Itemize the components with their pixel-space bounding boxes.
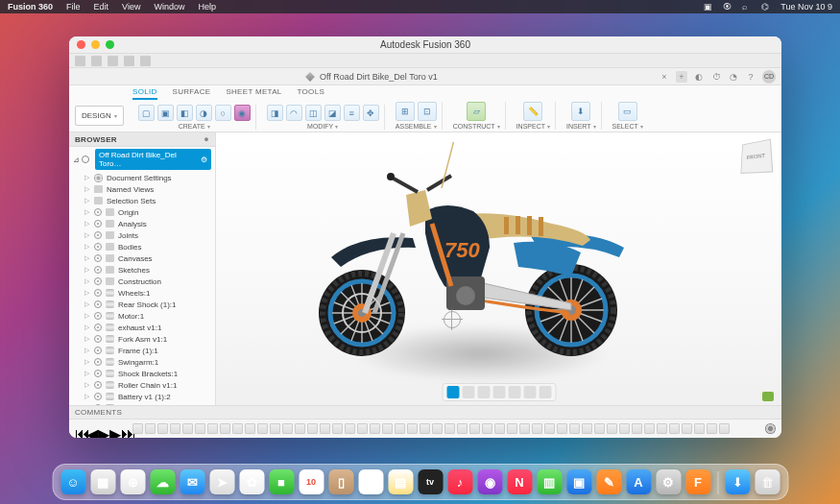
visibility-icon[interactable] <box>94 324 102 331</box>
browser-root-node[interactable]: Off Road Dirt Bike_Del Toro… ⚙ <box>95 149 211 170</box>
browser-item[interactable]: ▷Sketches <box>71 264 213 276</box>
joint-icon[interactable]: ⊞ <box>396 102 415 121</box>
browser-item[interactable]: ▷Swingarm:1 <box>71 356 213 368</box>
visibility-icon[interactable] <box>94 254 102 262</box>
snap-button[interactable] <box>492 386 505 398</box>
ribbon-tab-surface[interactable]: SURFACE <box>173 87 211 100</box>
timeline-step[interactable] <box>145 423 156 434</box>
timeline-step[interactable] <box>282 423 293 434</box>
select-icon[interactable]: ▭ <box>618 102 637 121</box>
camera-icon[interactable]: ▣ <box>704 2 713 12</box>
qat-redo-icon[interactable] <box>140 56 151 66</box>
timeline-step[interactable] <box>682 423 692 434</box>
dock-podcasts-icon[interactable]: ◉ <box>477 469 502 494</box>
presspull-icon[interactable]: ◨ <box>267 105 283 121</box>
timeline-step[interactable] <box>694 423 705 434</box>
browser-item[interactable]: ▷Shock Brackets:1 <box>71 368 213 379</box>
timeline-step[interactable] <box>432 423 443 434</box>
browser-header[interactable]: BROWSER ● <box>69 132 215 147</box>
dock-calendar-icon[interactable]: 10 <box>299 469 324 494</box>
sketch-icon[interactable]: ▢ <box>138 105 155 121</box>
dock-fusion-icon[interactable]: F <box>685 469 710 494</box>
shell-icon[interactable]: ◫ <box>305 105 322 121</box>
expand-icon[interactable]: ▷ <box>84 324 90 331</box>
timeline-step[interactable] <box>270 423 280 434</box>
construct-plane-icon[interactable]: ▱ <box>467 102 486 121</box>
layout-button[interactable] <box>539 386 551 398</box>
timeline-step[interactable] <box>195 423 205 434</box>
timeline-step[interactable] <box>395 423 405 434</box>
visibility-icon[interactable] <box>94 231 102 239</box>
browser-item[interactable]: ▷Construction <box>71 276 213 287</box>
visibility-icon[interactable] <box>94 220 102 228</box>
timeline-step[interactable] <box>557 423 567 434</box>
timeline-step[interactable] <box>632 423 642 434</box>
new-tab-button[interactable]: + <box>676 71 687 83</box>
timeline-settings-icon[interactable] <box>765 423 776 434</box>
revolve-icon[interactable]: ◑ <box>196 105 212 121</box>
timeline-step[interactable] <box>232 423 243 434</box>
dock-reminders-icon[interactable]: ≣ <box>358 469 383 494</box>
browser-item[interactable]: ▷Analysis <box>71 218 213 229</box>
timeline-start-button[interactable]: ⏮ <box>75 425 83 433</box>
camera-button[interactable] <box>523 386 536 398</box>
dock-news-icon[interactable]: N <box>507 469 532 494</box>
dock-facetime-icon[interactable]: ■ <box>269 469 294 494</box>
expand-icon[interactable]: ▷ <box>84 347 90 354</box>
control-center-icon[interactable]: ⌬ <box>761 2 771 12</box>
visibility-icon[interactable] <box>94 404 102 405</box>
browser-item[interactable]: ▷Motor:1 <box>71 310 213 322</box>
help-icon[interactable]: ? <box>745 71 756 83</box>
expand-icon[interactable]: ▷ <box>84 243 90 251</box>
expand-icon[interactable]: ▷ <box>84 289 90 297</box>
visibility-icon[interactable] <box>94 312 102 320</box>
timeline-step[interactable] <box>469 423 480 434</box>
timeline-step[interactable] <box>295 423 305 434</box>
browser-item[interactable]: ▷Selection Sets <box>71 195 213 206</box>
grid-button[interactable] <box>477 386 490 398</box>
dock-contacts-icon[interactable]: ▯ <box>328 469 353 494</box>
timeline-step[interactable] <box>457 423 468 434</box>
menu-help[interactable]: Help <box>198 2 216 12</box>
timeline-step[interactable] <box>370 423 380 434</box>
visibility-icon[interactable] <box>94 300 102 308</box>
root-options-icon[interactable]: ⚙ <box>201 156 207 164</box>
browser-item[interactable]: ▷Origin <box>71 206 213 218</box>
chevron-down-icon[interactable]: ▾ <box>434 123 437 130</box>
display-mode-button[interactable] <box>446 386 459 398</box>
expand-icon[interactable]: ▷ <box>84 312 90 320</box>
comments-bar[interactable]: COMMENTS <box>69 405 781 419</box>
dock-photos-icon[interactable]: ✿ <box>239 469 264 494</box>
timeline-step[interactable] <box>320 423 330 434</box>
dock-notes-icon[interactable]: ▤ <box>388 469 413 494</box>
timeline-step[interactable] <box>657 423 667 434</box>
timeline-step[interactable] <box>170 423 180 434</box>
viewcube[interactable]: FRONT <box>740 139 773 174</box>
expand-icon[interactable]: ▷ <box>84 231 90 239</box>
model-dirtbike[interactable]: 750 <box>302 142 638 382</box>
browser-item[interactable]: ▷Document Settings <box>71 172 213 183</box>
browser-item[interactable]: ▷Canvases <box>71 252 213 264</box>
timeline-step[interactable] <box>669 423 680 434</box>
timeline-step[interactable] <box>607 423 617 434</box>
timeline-step[interactable] <box>532 423 542 434</box>
notifications-icon[interactable]: ⏱ <box>710 71 722 83</box>
visibility-icon[interactable] <box>94 358 102 366</box>
timeline-step[interactable] <box>207 423 218 434</box>
menu-view[interactable]: View <box>122 2 140 12</box>
visibility-icon[interactable] <box>94 266 102 274</box>
browser-item[interactable]: ▷Rear Shock (1):1 <box>71 299 213 310</box>
browser-item[interactable]: ▷exhaust v1:1 <box>71 322 213 333</box>
dock-downloads-icon[interactable]: ⬇ <box>725 469 750 494</box>
timeline-play-button[interactable]: ▶ <box>98 425 106 433</box>
workspace-switcher[interactable]: DESIGN ▾ <box>75 106 124 126</box>
timeline-step[interactable] <box>257 423 268 434</box>
browser-item[interactable]: ▷Wheels:1 <box>71 287 213 299</box>
timeline-step[interactable] <box>707 423 717 434</box>
dock-trash-icon[interactable]: 🗑 <box>755 469 780 494</box>
expand-icon[interactable]: ▷ <box>84 358 90 366</box>
visibility-icon[interactable] <box>94 335 102 343</box>
browser-item[interactable]: ▷Frame (1):1 <box>71 345 213 356</box>
wifi-icon[interactable]: ⦿ <box>723 2 732 12</box>
timeline-step[interactable] <box>420 423 430 434</box>
